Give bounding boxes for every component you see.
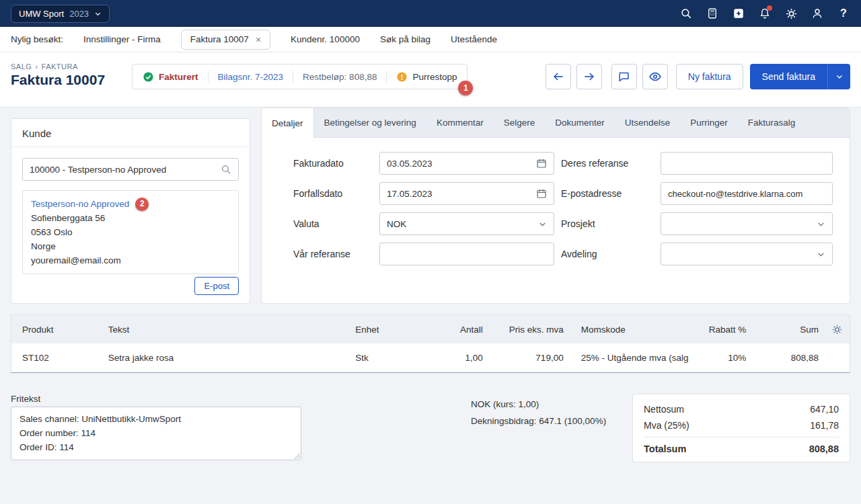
previous-invoice-button[interactable] (546, 64, 571, 89)
valuta-select[interactable]: NOK (379, 212, 554, 235)
calendar-icon[interactable] (536, 158, 547, 169)
settings-gear-icon[interactable] (784, 7, 798, 20)
recent-tab-label: Faktura 10007 (190, 34, 249, 44)
recent-item-kundenr-100000[interactable]: Kundenr. 100000 (291, 34, 360, 44)
chevron-down-icon (835, 73, 844, 81)
tab-detaljer[interactable]: Detaljer (262, 108, 314, 138)
comments-button[interactable] (611, 64, 637, 89)
search-icon[interactable] (679, 7, 693, 20)
column-settings-button[interactable] (824, 324, 850, 335)
invoice-page-header: SALG›FAKTURA Faktura 10007 Fakturert Bil… (0, 52, 861, 108)
notifications-bell-icon[interactable] (758, 7, 772, 20)
chevron-down-icon (817, 250, 825, 259)
fiscal-year: 2023 (69, 9, 89, 19)
invoice-details-card: Detaljer Betingelser og levering Komment… (261, 108, 850, 304)
new-invoice-button[interactable]: Ny faktura (676, 64, 743, 89)
invoice-actions: Ny faktura Send faktura (546, 64, 850, 89)
cell-momskode[interactable]: 25% - Utgående mva (salg (576, 353, 697, 363)
cell-antall[interactable]: 1,00 (435, 353, 495, 363)
invoice-details-form: Fakturadato 03.05.2023 Deres referanse F… (262, 138, 850, 265)
invoice-status-bar: Fakturert Bilagsnr. 7-2023 Restbeløp: 80… (132, 64, 467, 89)
recently-visited-label: Nylig besøkt: (11, 34, 63, 44)
forfallsdato-input[interactable]: 17.05.2023 (379, 182, 554, 205)
chevron-down-icon (538, 220, 547, 228)
nettosum-value: 647,10 (810, 404, 839, 415)
tab-betingelser-og-levering[interactable]: Betingelser og levering (314, 108, 426, 137)
tab-dokumenter[interactable]: Dokumenter (545, 108, 615, 137)
breadcrumb-faktura[interactable]: FAKTURA (42, 62, 78, 71)
breadcrumb: SALG›FAKTURA (11, 62, 78, 71)
annotation-badge-1: 1 (458, 81, 473, 95)
tab-fakturasalg[interactable]: Fakturasalg (738, 108, 806, 137)
divider (293, 71, 293, 83)
col-header-rabatt: Rabatt % (696, 325, 763, 335)
table-row[interactable]: ST102 Setra jakke rosa Stk 1,00 719,00 2… (11, 343, 850, 372)
customer-search-input[interactable]: 100000 - Testperson-no Approved (22, 158, 239, 181)
epostadresse-input[interactable]: checkout-no@testdrive.klarna.com (661, 182, 833, 205)
calculator-icon[interactable] (706, 7, 719, 20)
calendar-icon[interactable] (536, 188, 547, 199)
col-header-tekst: Tekst (98, 325, 334, 335)
var-referanse-input[interactable] (379, 243, 554, 265)
warning-circle-icon (396, 71, 408, 83)
customer-name-link[interactable]: Testperson-no Approved 2 (31, 197, 149, 211)
user-profile-icon[interactable] (811, 7, 824, 20)
recent-item-utestaende[interactable]: Utestående (451, 34, 497, 44)
tab-selgere[interactable]: Selgere (494, 108, 546, 137)
forfallsdato-label: Forfallsdato (293, 188, 379, 199)
eye-icon (648, 70, 662, 83)
close-tab-icon[interactable]: × (256, 34, 261, 45)
deres-referanse-input[interactable] (661, 152, 833, 175)
recent-item-sok-pa-bilag[interactable]: Søk på bilag (380, 34, 430, 44)
notification-dot (767, 5, 772, 11)
col-header-sum: Sum (763, 325, 824, 335)
totalsum-value: 808,88 (809, 444, 839, 454)
deres-referanse-label: Deres referanse (561, 158, 661, 169)
cell-rabatt[interactable]: 10% (696, 353, 763, 363)
valuta-label: Valuta (293, 218, 379, 229)
send-invoice-dropdown-button[interactable] (827, 64, 850, 89)
email-button[interactable]: E-post (194, 277, 239, 295)
prosjekt-select[interactable] (661, 212, 833, 235)
arrow-right-icon (583, 70, 596, 83)
recent-item-innstillinger-firma[interactable]: Innstillinger - Firma (83, 34, 161, 44)
breadcrumb-separator: › (35, 62, 38, 71)
customer-address-line1: Sofienberggata 56 (31, 213, 105, 223)
mva-row: Mva (25%) 161,78 (644, 417, 839, 433)
page-title: Faktura 10007 (11, 72, 105, 88)
avdeling-select[interactable] (661, 243, 833, 265)
contribution-margin-line: Dekningsbidrag: 647.1 (100,00%) (471, 413, 606, 429)
customer-search-value: 100000 - Testperson-no Approved (30, 165, 166, 175)
fritekst-textarea[interactable]: Sales channel: UniNettbutikk-UmwSport Or… (11, 407, 301, 460)
topbar-icon-group: ? (679, 7, 850, 20)
cell-sum[interactable]: 808,88 (763, 353, 824, 363)
cell-enhet[interactable]: Stk (334, 353, 435, 363)
details-tab-strip: Detaljer Betingelser og levering Komment… (262, 108, 850, 138)
preview-button[interactable] (642, 64, 668, 89)
tab-purringer[interactable]: Purringer (680, 108, 738, 137)
search-icon[interactable] (221, 164, 231, 175)
epostadresse-label: E-postadresse (561, 188, 661, 199)
fakturadato-input[interactable]: 03.05.2023 (379, 152, 554, 175)
next-invoice-button[interactable] (576, 64, 602, 89)
help-icon[interactable]: ? (837, 7, 850, 20)
recent-tab-faktura-10007[interactable]: Faktura 10007 × (181, 30, 270, 50)
cell-produkt[interactable]: ST102 (11, 353, 98, 363)
currency-info: NOK (kurs: 1,00) Dekningsbidrag: 647.1 (… (471, 396, 606, 429)
voucher-number-link[interactable]: Bilagsnr. 7-2023 (218, 72, 284, 82)
add-new-icon[interactable] (732, 7, 745, 20)
customer-details-box: Testperson-no Approved 2 Sofienberggata … (22, 190, 239, 274)
tab-utsendelse[interactable]: Utsendelse (615, 108, 681, 137)
breadcrumb-salg[interactable]: SALG (11, 62, 32, 71)
send-invoice-split-button: Send faktura (750, 64, 850, 89)
company-name: UMW Sport (19, 9, 64, 19)
nettosum-row: Nettosum 647,10 (644, 401, 839, 417)
annotation-badge-2: 2 (135, 198, 149, 211)
company-picker[interactable]: UMW Sport 2023 (11, 5, 110, 23)
tab-kommentar[interactable]: Kommentar (426, 108, 494, 137)
totalsum-label: Totalsum (644, 444, 686, 454)
col-header-pris-eks-mva: Pris eks. mva (495, 325, 576, 335)
cell-tekst[interactable]: Setra jakke rosa (98, 353, 334, 363)
cell-pris-eks-mva[interactable]: 719,00 (495, 353, 576, 363)
send-invoice-button[interactable]: Send faktura (750, 64, 827, 89)
